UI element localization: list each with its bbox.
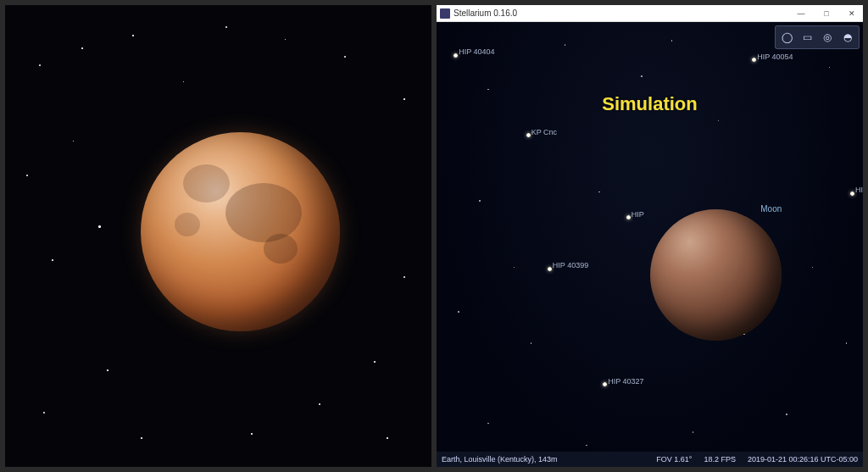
star-label: KP Cnc (531, 128, 557, 136)
sim-star (718, 120, 720, 122)
photo-panel (5, 5, 431, 467)
photo-star (403, 276, 405, 278)
sim-star (565, 44, 566, 46)
photo-star (98, 225, 101, 228)
close-button[interactable]: ✕ (844, 9, 860, 18)
photo-star (26, 175, 28, 176)
telrad-button[interactable]: ◓ (838, 28, 857, 47)
photo-star (225, 26, 227, 28)
sky-view[interactable]: ◯ ▭ ◎ ◓ Simulation Moon HIP 40404HIP 400… (437, 22, 863, 467)
star-label: HIP 40404 (459, 47, 494, 56)
sim-star (641, 75, 643, 77)
photo-star (132, 35, 134, 36)
star-label: HIP (855, 186, 863, 194)
maximize-button[interactable]: □ (819, 9, 834, 18)
window-title: Stellarium 0.16.0 (453, 8, 517, 18)
photo-star (39, 64, 41, 66)
photo-star (107, 369, 108, 371)
labeled-star[interactable] (603, 382, 607, 386)
labeled-star[interactable] (626, 215, 631, 219)
star-label: HIP 40399 (553, 261, 588, 269)
labeled-star[interactable] (453, 53, 458, 58)
app-icon (440, 8, 450, 19)
photo-star (403, 98, 405, 100)
sim-star (743, 334, 745, 336)
sim-star (812, 267, 814, 269)
photo-star (73, 141, 74, 142)
sim-star (458, 311, 459, 313)
simulation-heading: Simulation (602, 93, 697, 115)
status-datetime: 2019-01-21 00:26:16 UTC-05:00 (748, 455, 858, 464)
minimize-button[interactable]: — (793, 9, 809, 18)
photo-star (183, 81, 184, 82)
labeled-star[interactable] (526, 133, 531, 137)
ocular-button[interactable]: ◯ (777, 28, 796, 47)
sim-star (586, 445, 587, 447)
status-fov: FOV 1.61° (656, 455, 692, 464)
window-controls: — □ ✕ (793, 9, 860, 18)
status-fps: 18.2 FPS (704, 455, 736, 464)
labeled-star[interactable] (850, 192, 854, 196)
photo-star (285, 39, 286, 40)
photo-star (344, 56, 346, 58)
status-bar: Earth, Louisville (Kentucky), 143m FOV 1… (437, 452, 863, 467)
sensor-button[interactable]: ▭ (798, 28, 816, 47)
star-label: HIP (632, 210, 644, 219)
photo-moon (141, 132, 340, 331)
window-titlebar: Stellarium 0.16.0 — □ ✕ (437, 5, 863, 22)
moon-label: Moon (760, 204, 782, 214)
sim-star (786, 414, 787, 415)
photo-star (374, 361, 376, 363)
sim-star (846, 342, 848, 344)
sim-star (487, 89, 489, 91)
star-label: HIP 40327 (608, 377, 643, 386)
sim-star (829, 67, 831, 69)
stellarium-window: Stellarium 0.16.0 — □ ✕ ◯ ▭ ◎ ◓ Simulati… (437, 5, 863, 467)
photo-star (81, 47, 83, 49)
sim-star (514, 267, 515, 269)
sim-star (487, 423, 489, 425)
ocular-toolbar: ◯ ▭ ◎ ◓ (775, 25, 860, 49)
crosshair-button[interactable]: ◎ (818, 28, 837, 47)
star-label: HIP 40054 (757, 53, 793, 61)
photo-star (387, 437, 388, 439)
sim-star (531, 342, 532, 344)
photo-star (141, 437, 142, 439)
sim-star (598, 192, 600, 193)
sim-star (671, 40, 673, 42)
sim-star (479, 200, 481, 202)
simulated-moon[interactable] (650, 209, 782, 341)
photo-star (319, 403, 320, 405)
status-location: Earth, Louisville (Kentucky), 143m (442, 455, 558, 464)
photo-star (43, 412, 45, 414)
labeled-star[interactable] (548, 267, 552, 271)
labeled-star[interactable] (752, 58, 756, 62)
photo-star (251, 433, 253, 435)
photo-star (52, 259, 53, 261)
sim-star (693, 431, 694, 433)
